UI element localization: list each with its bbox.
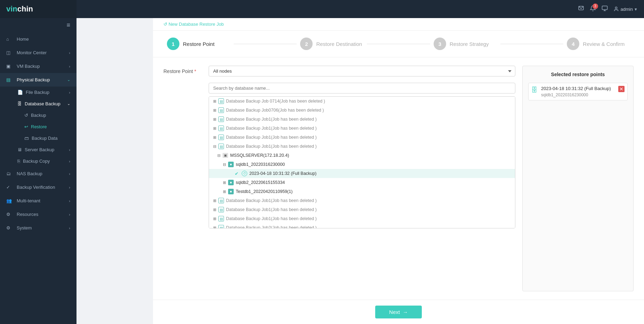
tree-item[interactable]: ⊞ ▤ Database Backup Job1(Job has been de… xyxy=(209,124,515,133)
step-4: 4 Review & Confirm xyxy=(567,38,630,50)
step-3-label: Restore Strategy xyxy=(450,41,489,47)
remove-restore-point-button[interactable]: ✕ xyxy=(618,86,625,92)
sidebar-item-monitor[interactable]: ◫ Monitor Center › xyxy=(0,46,77,59)
sidebar-item-physical-backup[interactable]: ▤ Physical Backup ⌄ xyxy=(0,73,77,87)
restore-point-label: Restore Point * xyxy=(163,66,209,74)
sidebar-nav: ⌂ Home ◫ Monitor Center › ▣ VM Backup › … xyxy=(0,32,77,324)
sidebar-sub-backup-data[interactable]: 🗃 Backup Data xyxy=(0,132,77,144)
db-icon: ■ xyxy=(228,161,234,168)
expand-icon[interactable]: ⊞ xyxy=(212,225,217,228)
chevron-icon: › xyxy=(69,212,70,217)
backup-icon: ↺ xyxy=(24,113,28,118)
tree-item[interactable]: ⊞ ▤ Database Backup Job0706(Job has been… xyxy=(209,106,515,115)
restore-point-datetime: 2023-04-18 10:31:32 (Full Backup) xyxy=(541,86,615,91)
user-menu[interactable]: admin ▾ xyxy=(613,6,637,12)
chevron-icon: › xyxy=(69,148,70,152)
copy-icon: ⎘ xyxy=(17,159,20,164)
verification-icon: ✓ xyxy=(6,185,13,190)
sidebar-item-resources[interactable]: ⚙ Resources › xyxy=(0,208,77,221)
sidebar-sub-backup[interactable]: ↺ Backup xyxy=(0,110,77,121)
expand-icon[interactable]: ⊞ xyxy=(212,98,217,104)
db-icon: ■ xyxy=(228,188,234,195)
tree-item-db3[interactable]: ⊞ ■ Testdb1_20220420110959(1) xyxy=(209,187,515,196)
expand-icon[interactable]: ⊞ xyxy=(212,198,217,203)
sidebar-item-multi-tenant[interactable]: 👥 Multi-tenant › xyxy=(0,194,77,208)
right-panel: Selected restore points 🗄 2023-04-18 10:… xyxy=(522,66,634,291)
tree-item[interactable]: ⊟ ▤ Database Backup Job1(Job has been de… xyxy=(209,142,515,151)
tree-item[interactable]: ⊞ ▤ Database Backup Job 0714(Job has bee… xyxy=(209,97,515,106)
database-icon: 🗄 xyxy=(17,101,22,106)
tree-item-server[interactable]: ⊟ ▣ MSSQLSERVER(172.18.20.4) xyxy=(209,151,515,160)
notifications-icon[interactable]: 3 xyxy=(590,5,596,13)
tree-item[interactable]: ⊞ ▤ Database Backup Job1(Job has been de… xyxy=(209,196,515,205)
arrow-right-icon: → xyxy=(403,309,408,315)
expand-icon[interactable]: ⊟ xyxy=(212,144,217,149)
search-input[interactable] xyxy=(209,83,515,94)
tree-item[interactable]: ⊞ ▤ Database Backup Job1(Job has been de… xyxy=(209,115,515,124)
messages-icon[interactable] xyxy=(578,5,584,13)
form-area: Restore Point * All nodes xyxy=(153,57,644,300)
tenant-icon: 👥 xyxy=(6,198,13,203)
tree-item-db2[interactable]: ⊞ ■ sqldb2_20220615155334 xyxy=(209,178,515,187)
expand-icon[interactable]: ⊞ xyxy=(222,180,227,185)
display-icon[interactable] xyxy=(602,5,608,13)
expand-icon[interactable]: ⊞ xyxy=(212,107,217,113)
nodes-select[interactable]: All nodes xyxy=(209,66,515,76)
tree-item-backup[interactable]: ✔ ⏱ 2023-04-18 10:31:32 (Full Backup) xyxy=(209,169,515,178)
step-4-label: Review & Confirm xyxy=(583,41,625,47)
expand-icon[interactable]: ⊞ xyxy=(212,216,217,221)
resources-icon: ⚙ xyxy=(6,212,13,217)
sidebar-sub-server-backup[interactable]: 🖥 Server Backup › xyxy=(0,144,77,155)
tree-item[interactable]: ⊞ ▤ Database Backup Job1(Job has been de… xyxy=(209,214,515,223)
job-icon: ▤ xyxy=(218,197,224,204)
sidebar-item-system[interactable]: ⚙ System › xyxy=(0,221,77,235)
breadcrumb-link[interactable]: ↺ xyxy=(163,22,169,27)
tree-item-db[interactable]: ⊟ ■ sqldb1_20220316230000 xyxy=(209,160,515,169)
sidebar-item-home[interactable]: ⌂ Home xyxy=(0,32,77,46)
physical-icon: ▤ xyxy=(6,77,13,82)
step-divider-1 xyxy=(234,44,297,44)
vm-icon: ▣ xyxy=(6,64,13,69)
sidebar-item-vm-backup[interactable]: ▣ VM Backup › xyxy=(0,59,77,73)
next-button[interactable]: Next → xyxy=(375,306,422,318)
sidebar-sub-file-backup[interactable]: 📄 File Backup › xyxy=(0,87,77,98)
db-icon: ■ xyxy=(228,179,234,186)
restore-point-row: Restore Point * All nodes xyxy=(163,66,515,228)
tree-container[interactable]: ⊞ ▤ Database Backup Job 0714(Job has bee… xyxy=(209,96,515,228)
chevron-icon: › xyxy=(69,172,70,176)
expand-icon[interactable]: ⊞ xyxy=(212,135,217,140)
tree-item[interactable]: ⊞ ▤ Database Backup Job1(Job has been de… xyxy=(209,205,515,214)
footer: Next → xyxy=(153,300,644,324)
chevron-icon: › xyxy=(69,51,70,55)
chevron-icon: › xyxy=(69,185,70,189)
sidebar-sub-database-backup[interactable]: 🗄 Database Backup ⌄ xyxy=(0,98,77,110)
sidebar-sub-restore[interactable]: ↩ Restore xyxy=(0,121,77,132)
sidebar-item-nas-backup[interactable]: 🗂 NAS Backup › xyxy=(0,167,77,180)
expand-icon[interactable]: ⊞ xyxy=(212,116,217,122)
job-icon: ▤ xyxy=(218,98,224,104)
tree-item[interactable]: ⊞ ▤ Database Backup Job1(Job has been de… xyxy=(209,133,515,142)
sidebar-toggle[interactable]: ≡ xyxy=(0,18,77,32)
chevron-icon: › xyxy=(69,199,70,203)
chevron-icon: › xyxy=(69,64,70,68)
chevron-icon: ⌄ xyxy=(67,102,70,106)
step-2-label: Restore Destination xyxy=(316,41,362,47)
logo: vinchin xyxy=(0,0,77,18)
job-icon: ▤ xyxy=(218,206,224,213)
sidebar-item-backup-verification[interactable]: ✓ Backup Verification › xyxy=(0,180,77,194)
job-icon: ▤ xyxy=(218,125,224,131)
server-icon: ▣ xyxy=(222,152,228,159)
restore-point-control: All nodes ⊞ ▤ Database Backup Job 0714(J… xyxy=(209,66,515,228)
file-icon: 📄 xyxy=(17,90,23,95)
expand-icon[interactable]: ⊞ xyxy=(212,207,217,212)
content-area: ↺ New Database Restore Job 1 Restore Poi… xyxy=(153,18,644,324)
expand-icon[interactable]: ⊟ xyxy=(222,162,227,167)
tree-item[interactable]: ⊞ ▤ Database Backup Job2(Job has been de… xyxy=(209,223,515,228)
chevron-icon: › xyxy=(69,226,70,230)
expand-icon[interactable]: ⊞ xyxy=(212,125,217,131)
expand-icon[interactable]: ⊟ xyxy=(216,153,222,158)
expand-icon[interactable]: ⊞ xyxy=(222,189,227,194)
chevron-down-icon: ⌄ xyxy=(67,78,70,82)
clock-icon: ⏱ xyxy=(241,170,248,177)
sidebar-sub-backup-copy[interactable]: ⎘ Backup Copy › xyxy=(0,155,77,167)
